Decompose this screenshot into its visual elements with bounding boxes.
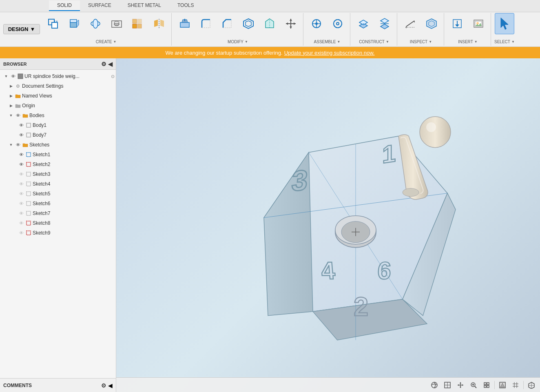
look-at-button[interactable] bbox=[442, 380, 453, 390]
hole-button[interactable] bbox=[107, 13, 126, 34]
bodies-visibility[interactable]: 👁 bbox=[15, 112, 21, 119]
modify-label[interactable]: MODIFY ▼ bbox=[228, 40, 248, 44]
assemble-dropdown-arrow: ▼ bbox=[337, 40, 341, 44]
select-label[interactable]: SELECT ▼ bbox=[494, 40, 515, 44]
body7-visibility[interactable]: 👁 bbox=[18, 132, 24, 138]
chamfer-button[interactable] bbox=[217, 13, 237, 34]
press-pull-button[interactable] bbox=[175, 13, 195, 34]
view-cube-button[interactable] bbox=[526, 380, 537, 390]
browser-collapse-icon[interactable]: ◀ bbox=[108, 61, 113, 67]
zoom-button[interactable] bbox=[468, 380, 479, 390]
tree-sketch1[interactable]: 👁 Sketch1 bbox=[0, 150, 116, 159]
comments-collapse-icon[interactable]: ◀ bbox=[108, 382, 113, 389]
tree-root[interactable]: ▼ 👁 UR spindice 5side weig... ⊙ bbox=[0, 71, 116, 81]
body1-visibility[interactable]: 👁 bbox=[18, 122, 24, 128]
tab-sheet-metal[interactable]: SHEET METAL bbox=[120, 0, 169, 11]
tree-body1[interactable]: 👁 Body1 bbox=[0, 120, 116, 130]
body7-icon bbox=[25, 132, 32, 138]
tree-sketch5[interactable]: 👁 Sketch5 bbox=[0, 189, 116, 199]
tab-tools[interactable]: TOOLS bbox=[169, 0, 202, 11]
sketch1-visibility[interactable]: 👁 bbox=[18, 151, 24, 158]
tree-named-views[interactable]: ▶ Named Views bbox=[0, 91, 116, 101]
sketches-arrow: ▼ bbox=[8, 142, 14, 148]
insert-derive-button[interactable] bbox=[447, 13, 467, 34]
chamfer-icon bbox=[221, 18, 233, 30]
sketches-visibility[interactable]: 👁 bbox=[15, 142, 21, 148]
as-built-joint-button[interactable] bbox=[328, 13, 347, 34]
svg-marker-43 bbox=[381, 18, 389, 23]
construct-label[interactable]: CONSTRUCT ▼ bbox=[359, 40, 389, 44]
design-button[interactable]: DESIGN ▼ bbox=[3, 24, 40, 34]
inspect-label[interactable]: INSPECT ▼ bbox=[410, 40, 432, 44]
svg-rect-61 bbox=[27, 133, 31, 137]
fit-button[interactable] bbox=[481, 380, 492, 390]
tree-sketch3[interactable]: 👁 Sketch3 bbox=[0, 169, 116, 179]
sketch9-visibility[interactable]: 👁 bbox=[18, 230, 24, 236]
viewport-canvas[interactable]: 3 1 4 6 2 bbox=[116, 58, 540, 377]
root-visibility[interactable]: 👁 bbox=[10, 73, 16, 80]
tree-sketch7[interactable]: 👁 Sketch7 bbox=[0, 208, 116, 218]
tab-surface[interactable]: SURFACE bbox=[80, 0, 120, 11]
sketch4-visibility[interactable]: 👁 bbox=[18, 181, 24, 187]
move-icon bbox=[285, 18, 297, 30]
pan-button[interactable] bbox=[455, 380, 466, 390]
canvas-button[interactable] bbox=[469, 13, 488, 34]
browser-settings-icon[interactable]: ⚙ bbox=[101, 61, 106, 67]
tree-sketches[interactable]: ▼ 👁 Sketches bbox=[0, 140, 116, 150]
revolve-button[interactable] bbox=[86, 13, 105, 34]
toolbar-group-insert: INSERT ▼ bbox=[445, 13, 491, 46]
sketch5-visibility[interactable]: 👁 bbox=[18, 190, 24, 197]
offset-plane-icon bbox=[357, 18, 370, 30]
viewport-bottom-toolbar bbox=[116, 377, 540, 392]
extrude-button[interactable] bbox=[64, 13, 84, 34]
new-component-button[interactable] bbox=[43, 13, 63, 34]
svg-marker-31 bbox=[294, 22, 296, 25]
tree-document-settings[interactable]: ▶ ⚙ Document Settings bbox=[0, 81, 116, 91]
display-settings-button[interactable] bbox=[422, 13, 441, 34]
tree-sketch8[interactable]: 👁 Sketch8 bbox=[0, 218, 116, 228]
svg-text:1: 1 bbox=[382, 139, 396, 168]
inspect-icons bbox=[401, 13, 441, 34]
tree-origin[interactable]: ▶ Origin bbox=[0, 101, 116, 111]
sketch8-visibility[interactable]: 👁 bbox=[18, 220, 24, 226]
toolbar-group-create: CREATE ▼ bbox=[41, 13, 172, 46]
select-button[interactable] bbox=[495, 13, 514, 34]
tab-solid[interactable]: SOLID bbox=[49, 0, 80, 11]
mirror-button[interactable] bbox=[149, 13, 169, 34]
move-button[interactable] bbox=[281, 13, 301, 34]
pattern-button[interactable] bbox=[128, 13, 148, 34]
tree-body7[interactable]: 👁 Body7 bbox=[0, 130, 116, 140]
tree-sketch9[interactable]: 👁 Sketch9 bbox=[0, 228, 116, 238]
joint-button[interactable] bbox=[307, 13, 326, 34]
bodies-arrow: ▼ bbox=[8, 113, 14, 118]
tree-sketch4[interactable]: 👁 Sketch4 bbox=[0, 179, 116, 189]
tree-bodies[interactable]: ▼ 👁 Bodies bbox=[0, 111, 116, 120]
assemble-label[interactable]: ASSEMBLE ▼ bbox=[314, 40, 341, 44]
measure-button[interactable] bbox=[401, 13, 420, 34]
shell-button[interactable] bbox=[239, 13, 258, 34]
comments-settings-icon[interactable]: ⚙ bbox=[101, 382, 106, 389]
orbit-button[interactable] bbox=[429, 380, 440, 390]
sketch8-icon bbox=[25, 220, 32, 226]
sketch2-visibility[interactable]: 👁 bbox=[18, 161, 24, 168]
insert-dropdown-arrow: ▼ bbox=[474, 40, 478, 44]
draft-button[interactable] bbox=[260, 13, 279, 34]
fillet-button[interactable] bbox=[196, 13, 216, 34]
notification-link[interactable]: Update your existing subscription now. bbox=[284, 50, 375, 56]
insert-label[interactable]: INSERT ▼ bbox=[458, 40, 477, 44]
sketch7-visibility[interactable]: 👁 bbox=[18, 210, 24, 217]
root-settings-icon[interactable]: ⊙ bbox=[109, 73, 116, 80]
svg-point-38 bbox=[336, 22, 339, 25]
sketch3-visibility[interactable]: 👁 bbox=[18, 171, 24, 177]
offset-plane-button[interactable] bbox=[354, 13, 373, 34]
svg-rect-103 bbox=[484, 383, 486, 385]
grid-button[interactable] bbox=[510, 380, 521, 390]
sketch6-visibility[interactable]: 👁 bbox=[18, 200, 24, 207]
sketch9-icon bbox=[25, 230, 32, 236]
create-label[interactable]: CREATE ▼ bbox=[96, 40, 117, 44]
midplane-button[interactable] bbox=[375, 13, 394, 34]
display-mode-button[interactable] bbox=[497, 380, 508, 390]
tree-sketch6[interactable]: 👁 Sketch6 bbox=[0, 199, 116, 208]
tree-sketch2[interactable]: 👁 Sketch2 bbox=[0, 159, 116, 169]
comments-panel: COMMENTS ⚙ ◀ bbox=[0, 378, 116, 392]
